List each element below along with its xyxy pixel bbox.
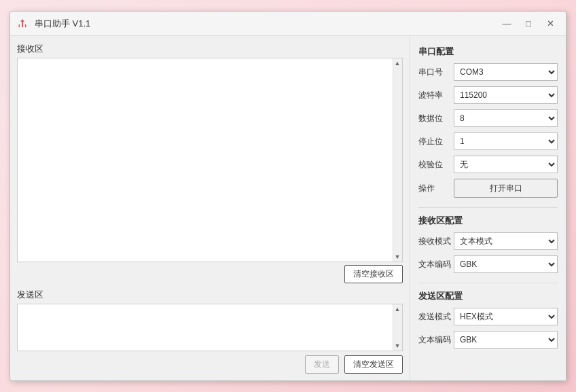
receive-label: 接收区 <box>17 43 403 55</box>
send-button[interactable]: 发送 <box>305 355 339 374</box>
port-select[interactable]: COM3 COM1 COM2 COM4 <box>454 63 558 81</box>
parity-row: 校验位 无 奇校验 偶校验 <box>418 156 558 173</box>
send-mode-label: 发送模式 <box>418 311 454 323</box>
receive-mode-label: 接收模式 <box>418 236 454 247</box>
send-scroll-up-icon[interactable]: ▲ <box>393 306 401 313</box>
send-encoding-label: 文本编码 <box>418 334 454 346</box>
receive-mode-row: 接收模式 文本模式 HEX模式 <box>418 232 558 250</box>
close-button[interactable]: ✕ <box>540 16 560 32</box>
data-label: 数据位 <box>418 113 454 124</box>
receive-encoding-label: 文本编码 <box>418 259 454 270</box>
receive-scroll-up-icon[interactable]: ▲ <box>393 60 401 67</box>
title-bar-left: 串口助手 V1.1 <box>16 17 90 31</box>
data-select[interactable]: 8 5 6 7 <box>454 109 558 127</box>
send-encoding-select[interactable]: GBK UTF-8 <box>454 331 558 349</box>
maximize-button[interactable]: □ <box>518 16 539 32</box>
send-textarea-container: ▲ ▼ <box>17 304 403 351</box>
receive-section: 接收区 ▲ ▼ 清空接收区 <box>17 43 403 283</box>
right-panel: 串口配置 串口号 COM3 COM1 COM2 COM4 波特率 115200 … <box>410 36 566 380</box>
data-row: 数据位 8 5 6 7 <box>418 109 558 127</box>
send-scrollbar[interactable]: ▲ ▼ <box>393 304 402 351</box>
main-window: 串口助手 V1.1 — □ ✕ 接收区 ▲ ▼ 清空接收区 <box>10 11 566 381</box>
operation-label: 操作 <box>418 183 454 194</box>
divider-2 <box>418 283 558 283</box>
serial-config-title: 串口配置 <box>418 46 558 58</box>
send-textarea[interactable] <box>18 304 393 351</box>
receive-textarea[interactable] <box>18 58 393 262</box>
stop-select[interactable]: 1 1.5 2 <box>454 132 558 150</box>
receive-encoding-select[interactable]: GBK UTF-8 <box>454 255 558 273</box>
receive-scrollbar[interactable]: ▲ ▼ <box>393 58 402 262</box>
send-scroll-down-icon[interactable]: ▼ <box>393 342 401 349</box>
app-icon <box>16 17 29 31</box>
open-port-button[interactable]: 打开串口 <box>454 179 558 198</box>
receive-mode-select[interactable]: 文本模式 HEX模式 <box>454 232 558 250</box>
receive-encoding-row: 文本编码 GBK UTF-8 <box>418 255 558 273</box>
clear-send-button[interactable]: 清空发送区 <box>344 355 403 374</box>
window-controls: — □ ✕ <box>497 16 560 32</box>
send-mode-row: 发送模式 HEX模式 文本模式 <box>418 308 558 325</box>
send-label: 发送区 <box>17 289 403 301</box>
parity-select[interactable]: 无 奇校验 偶校验 <box>454 156 558 173</box>
send-encoding-row: 文本编码 GBK UTF-8 <box>418 331 558 349</box>
stop-row: 停止位 1 1.5 2 <box>418 132 558 150</box>
divider-1 <box>418 207 558 208</box>
baud-select[interactable]: 115200 9600 19200 38400 57600 <box>454 86 558 104</box>
left-panel: 接收区 ▲ ▼ 清空接收区 发送区 ▲ <box>10 36 410 380</box>
receive-scroll-down-icon[interactable]: ▼ <box>393 253 401 260</box>
clear-receive-row: 清空接收区 <box>17 265 403 283</box>
send-mode-select[interactable]: HEX模式 文本模式 <box>454 308 558 325</box>
main-content: 接收区 ▲ ▼ 清空接收区 发送区 ▲ <box>10 36 566 380</box>
send-actions: 发送 清空发送区 <box>17 355 403 374</box>
receive-textarea-container: ▲ ▼ <box>17 58 403 262</box>
operation-row: 操作 打开串口 <box>418 179 558 198</box>
clear-receive-button[interactable]: 清空接收区 <box>344 265 403 283</box>
baud-row: 波特率 115200 9600 19200 38400 57600 <box>418 86 558 104</box>
window-title: 串口助手 V1.1 <box>35 18 90 30</box>
send-section: 发送区 ▲ ▼ 发送 清空发送区 <box>17 289 403 374</box>
title-bar: 串口助手 V1.1 — □ ✕ <box>10 12 566 36</box>
port-row: 串口号 COM3 COM1 COM2 COM4 <box>418 63 558 81</box>
parity-label: 校验位 <box>418 159 454 171</box>
port-label: 串口号 <box>418 67 454 78</box>
stop-label: 停止位 <box>418 136 454 147</box>
minimize-button[interactable]: — <box>497 16 517 32</box>
receive-config-title: 接收区配置 <box>418 215 558 227</box>
baud-label: 波特率 <box>418 90 454 101</box>
send-config-title: 发送区配置 <box>418 290 558 302</box>
